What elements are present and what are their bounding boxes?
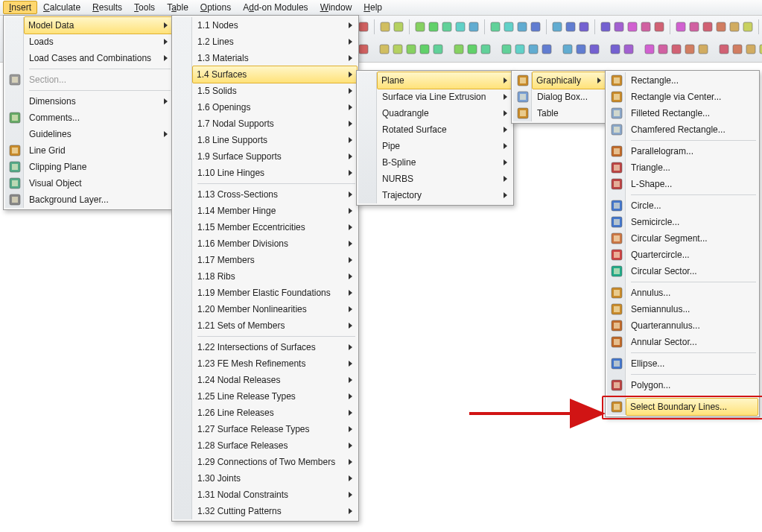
toolbar-button[interactable] [745, 42, 757, 57]
menu-item-ellipse[interactable]: Ellipse... [626, 355, 758, 372]
menu-item-visual-object[interactable]: Visual Object [25, 175, 172, 191]
menu-item-chamfered-rectangle[interactable]: Chamfered Rectangle... [626, 121, 758, 138]
toolbar-button[interactable] [454, 19, 466, 34]
menu-item-polygon[interactable]: Polygon... [626, 377, 758, 393]
menu-item-1-23-fe-mesh-refinements[interactable]: 1.23 FE Mesh Refinements [193, 355, 357, 372]
toolbar-button[interactable] [379, 19, 391, 34]
toolbar-button[interactable] [644, 42, 655, 57]
menu-item-dimensions[interactable]: Dimensions [25, 93, 172, 110]
menu-item-select-boundary-lines[interactable]: Select Boundary Lines... [626, 398, 758, 416]
toolbar-button[interactable] [670, 42, 682, 57]
toolbar-button[interactable] [428, 19, 439, 34]
toolbar-button[interactable] [728, 19, 740, 34]
menu-item-1-5-solids[interactable]: 1.5 Solids [193, 83, 357, 99]
menu-item-surface-via-line-extrusion[interactable]: Surface via Line Extrusion [378, 89, 512, 105]
toolbar-button[interactable] [697, 42, 709, 57]
menu-item-annular-sector[interactable]: Annular Sector... [626, 334, 758, 350]
toolbar-button[interactable] [489, 19, 501, 34]
menu-item-1-8-line-supports[interactable]: 1.8 Line Supports [193, 132, 357, 148]
toolbar-button[interactable] [541, 42, 553, 57]
menubar-table[interactable]: Table [161, 1, 194, 14]
toolbar-button[interactable] [393, 19, 404, 34]
menu-item-1-31-nodal-constraints[interactable]: 1.31 Nodal Constraints [193, 487, 357, 503]
toolbar-button[interactable] [575, 42, 587, 57]
toolbar-button[interactable] [626, 19, 638, 34]
toolbar-button[interactable] [503, 19, 515, 34]
menu-item-trajectory[interactable]: Trajectory [378, 187, 512, 203]
toolbar-button[interactable] [414, 19, 426, 34]
menu-item-quartercircle[interactable]: Quartercircle... [626, 247, 758, 263]
menu-item-plane[interactable]: Plane [377, 72, 512, 89]
menu-item-1-24-nodal-releases[interactable]: 1.24 Nodal Releases [193, 372, 357, 388]
toolbar-button[interactable] [551, 19, 563, 34]
toolbar-button[interactable] [688, 19, 700, 34]
menu-item-1-30-joints[interactable]: 1.30 Joints [193, 470, 357, 487]
menu-item-1-27-surface-release-types[interactable]: 1.27 Surface Release Types [193, 421, 357, 437]
toolbar-button[interactable] [453, 42, 465, 57]
menu-item-1-3-materials[interactable]: 1.3 Materials [193, 50, 357, 66]
menu-item-triangle[interactable]: Triangle... [626, 159, 758, 176]
toolbar-button[interactable] [640, 19, 652, 34]
menu-item-1-19-member-elastic-foundations[interactable]: 1.19 Member Elastic Foundations [193, 285, 357, 301]
menu-item-filleted-rectangle[interactable]: Filleted Rectangle... [626, 105, 758, 121]
menu-item-parallelogram[interactable]: Parallelogram... [626, 143, 758, 159]
menu-item-1-25-line-release-types[interactable]: 1.25 Line Release Types [193, 388, 357, 405]
toolbar-button[interactable] [742, 19, 754, 34]
toolbar-button[interactable] [516, 19, 528, 34]
menu-item-rotated-surface[interactable]: Rotated Surface [378, 121, 512, 138]
menu-item-pipe[interactable]: Pipe [378, 138, 512, 154]
menu-item-1-18-ribs[interactable]: 1.18 Ribs [193, 268, 357, 285]
toolbar-button[interactable] [731, 42, 743, 57]
toolbar-button[interactable] [527, 42, 539, 57]
menu-item-dialog-box[interactable]: Dialog Box... [533, 89, 606, 105]
menu-item-nurbs[interactable]: NURBS [378, 171, 512, 187]
menubar-options[interactable]: Options [194, 1, 237, 14]
menu-item-table[interactable]: Table [533, 105, 606, 121]
toolbar-button[interactable] [468, 19, 480, 34]
menu-item-1-15-member-eccentricities[interactable]: 1.15 Member Eccentricities [193, 219, 357, 235]
menu-item-1-4-surfaces[interactable]: 1.4 Surfaces [192, 66, 358, 83]
toolbar-button[interactable] [378, 42, 390, 57]
menu-item-1-1-nodes[interactable]: 1.1 Nodes [193, 17, 357, 34]
toolbar-button[interactable] [432, 42, 444, 57]
toolbar-button[interactable] [675, 19, 687, 34]
toolbar-button[interactable] [466, 42, 478, 57]
toolbar-button[interactable] [684, 42, 696, 57]
menubar-results[interactable]: Results [86, 1, 128, 14]
menu-item-1-7-nodal-supports[interactable]: 1.7 Nodal Supports [193, 115, 357, 132]
toolbar-button[interactable] [530, 19, 542, 34]
menu-item-guidelines[interactable]: Guidelines [25, 126, 172, 142]
menu-item-line-grid[interactable]: Line Grid [25, 142, 172, 159]
toolbar-button[interactable] [609, 42, 621, 57]
toolbar-button[interactable] [623, 42, 635, 57]
menu-item-semiannulus[interactable]: Semiannulus... [626, 301, 758, 317]
menu-item-1-22-intersections-of-surfaces[interactable]: 1.22 Intersections of Surfaces [193, 339, 357, 355]
menu-item-1-28-surface-releases[interactable]: 1.28 Surface Releases [193, 437, 357, 454]
menu-item-semicircle[interactable]: Semicircle... [626, 214, 758, 230]
toolbar-button[interactable] [392, 42, 404, 57]
menubar-add-on-modules[interactable]: Add-on Modules [237, 1, 314, 14]
toolbar-button[interactable] [715, 19, 727, 34]
menubar-help[interactable]: Help [358, 1, 388, 14]
menu-item-quadrangle[interactable]: Quadrangle [378, 105, 512, 121]
toolbar-button[interactable] [419, 42, 431, 57]
menu-item-quarterannulus[interactable]: Quarterannulus... [626, 317, 758, 334]
menu-item-1-10-line-hinges[interactable]: 1.10 Line Hinges [193, 165, 357, 181]
toolbar-button[interactable] [358, 19, 369, 34]
toolbar-button[interactable] [613, 19, 625, 34]
toolbar-button[interactable] [405, 42, 417, 57]
toolbar-button[interactable] [758, 42, 762, 57]
menu-item-1-16-member-divisions[interactable]: 1.16 Member Divisions [193, 235, 357, 252]
toolbar-button[interactable] [480, 42, 492, 57]
toolbar-button[interactable] [441, 19, 453, 34]
menu-item-load-cases-and-combinations[interactable]: Load Cases and Combinations [25, 50, 172, 66]
toolbar-button[interactable] [600, 19, 612, 34]
menu-item-1-26-line-releases[interactable]: 1.26 Line Releases [193, 405, 357, 421]
toolbar-button[interactable] [718, 42, 730, 57]
toolbar-button[interactable] [657, 42, 669, 57]
menu-item-loads[interactable]: Loads [25, 34, 172, 50]
menubar-calculate[interactable]: Calculate [37, 1, 86, 14]
menu-item-background-layer[interactable]: Background Layer... [25, 191, 172, 208]
menu-item-rectangle[interactable]: Rectangle... [626, 72, 758, 89]
toolbar-button[interactable] [514, 42, 526, 57]
